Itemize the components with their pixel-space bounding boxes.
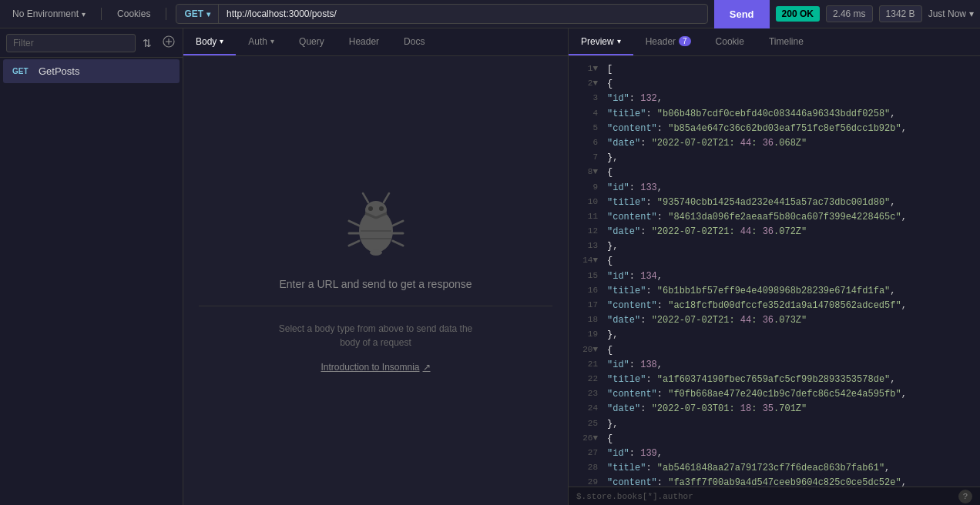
method-tag: GET (12, 67, 34, 75)
tab-query[interactable]: Query (287, 28, 337, 55)
table-row: 20▼ { (569, 343, 980, 358)
table-row: 6 "date": "2022-07-02T21: 44: 36.068Z" (569, 136, 980, 151)
table-row: 23 "content": "f0fb668ae477e240c1b9c7def… (569, 387, 980, 402)
bug-icon (337, 189, 414, 266)
intro-link[interactable]: Introduction to Insomnia ↗ (321, 362, 430, 373)
table-row: 27 "id": 139, (569, 446, 980, 461)
query-text: $.store.books[*].author (576, 492, 693, 501)
url-bar: GET ▾ (176, 4, 707, 24)
sidebar-filter-bar: ⇅ (0, 28, 183, 58)
table-row: 28 "title": "ab5461848aa27a791723cf7f6de… (569, 461, 980, 476)
table-row: 17 "content": "ac18fcfbd00dfccfe352d1a9a… (569, 299, 980, 313)
size-badge: 1342 B (879, 5, 922, 22)
method-label: GET (184, 8, 203, 19)
sidebar-item-getposts[interactable]: GET GetPosts (3, 59, 180, 83)
body-chevron-icon: ▾ (220, 37, 223, 45)
response-tabs: Preview ▾ Header 7 Cookie Timeline (569, 28, 980, 56)
env-selector[interactable]: No Environment ▾ (6, 5, 92, 22)
table-row: 13 }, (569, 239, 980, 254)
table-row: 24 "date": "2022-07-03T01: 18: 35.701Z" (569, 402, 980, 416)
header-badge: 7 (679, 36, 691, 46)
tab-docs[interactable]: Docs (391, 28, 437, 55)
method-chevron-icon: ▾ (206, 10, 210, 18)
tab-response-header[interactable]: Header 7 (633, 28, 703, 55)
timing-badge: 2.46 ms (826, 5, 873, 22)
response-body[interactable]: 1▼[2▼ {3 "id": 132,4 "title": "b06b48b7c… (569, 56, 980, 487)
divider (101, 8, 102, 20)
status-badge: 200 OK (776, 6, 820, 22)
help-button[interactable]: ? (958, 490, 972, 503)
table-row: 4 "title": "b06b48b7cdf0cebfd40c083446a9… (569, 107, 980, 122)
request-body-empty: Enter a URL and send to get a response S… (183, 56, 568, 505)
external-link-icon: ↗ (423, 362, 431, 373)
svg-line-14 (384, 193, 389, 202)
table-row: 2▼ { (569, 77, 980, 92)
top-bar: No Environment ▾ Cookies GET ▾ Send 200 … (0, 0, 980, 28)
url-input[interactable] (219, 8, 707, 19)
table-row: 9 "id": 133, (569, 181, 980, 196)
preview-chevron-icon: ▾ (617, 37, 621, 45)
table-row: 22 "title": "a1f60374190fbec7659afc5cf99… (569, 373, 980, 387)
filter-input[interactable] (6, 34, 136, 52)
svg-line-12 (393, 241, 403, 246)
tab-cookie[interactable]: Cookie (703, 28, 757, 55)
send-button[interactable]: Send (714, 0, 770, 28)
svg-point-16 (379, 206, 384, 211)
env-chevron-icon: ▾ (82, 10, 86, 18)
table-row: 10 "title": "935740cbb14254ad232e4415a57… (569, 196, 980, 210)
table-row: 5 "content": "b85a4e647c36c62bd03eaf751f… (569, 122, 980, 136)
request-tabs: Body ▾ Auth ▾ Query Header Docs (183, 28, 568, 56)
divider (199, 306, 552, 306)
query-bar: $.store.books[*].author ? (569, 487, 980, 505)
table-row: 16 "title": "6b1bb1bf57eff9e4e4098968b28… (569, 284, 980, 299)
tab-auth[interactable]: Auth ▾ (236, 28, 287, 55)
table-row: 25 }, (569, 417, 980, 432)
main-content: ⇅ GET GetPosts Body ▾ Auth ▾ (0, 28, 980, 505)
table-row: 1▼[ (569, 62, 980, 77)
cookies-button[interactable]: Cookies (111, 5, 156, 22)
timestamp[interactable]: Just Now ▾ (928, 8, 974, 19)
table-row: 19 }, (569, 328, 980, 343)
table-row: 14▼ { (569, 254, 980, 269)
table-row: 29 "content": "fa3ff7f00ab9a4d547ceeb960… (569, 476, 980, 487)
table-row: 12 "date": "2022-07-02T21: 44: 36.072Z" (569, 225, 980, 239)
svg-line-7 (349, 221, 359, 226)
table-row: 11 "content": "84613da096fe2aeaaf5b80ca6… (569, 210, 980, 225)
tab-body[interactable]: Body ▾ (183, 28, 236, 55)
table-row: 26▼ { (569, 432, 980, 446)
sort-button[interactable]: ⇅ (139, 35, 156, 52)
table-row: 21 "id": 138, (569, 358, 980, 373)
svg-point-19 (370, 249, 382, 256)
tab-header[interactable]: Header (337, 28, 391, 55)
sidebar: ⇅ GET GetPosts (0, 28, 183, 505)
timestamp-chevron-icon: ▾ (969, 8, 974, 19)
svg-point-15 (368, 206, 373, 211)
tab-timeline[interactable]: Timeline (757, 28, 816, 55)
add-icon (163, 35, 175, 48)
table-row: 18 "date": "2022-07-02T21: 44: 36.073Z" (569, 313, 980, 328)
add-button[interactable] (159, 33, 179, 52)
svg-line-9 (349, 241, 359, 246)
empty-subtitle: Select a body type from above to send da… (268, 322, 484, 349)
table-row: 3 "id": 132, (569, 92, 980, 106)
table-row: 7 }, (569, 151, 980, 166)
env-label: No Environment (12, 8, 79, 19)
method-selector[interactable]: GET ▾ (176, 5, 219, 23)
response-panel: Preview ▾ Header 7 Cookie Timeline 1▼[2▼… (569, 28, 980, 505)
divider (166, 8, 166, 20)
item-label: GetPosts (39, 65, 79, 77)
table-row: 8▼ { (569, 166, 980, 180)
table-row: 15 "id": 134, (569, 269, 980, 284)
request-panel: Body ▾ Auth ▾ Query Header Docs (183, 28, 569, 505)
svg-line-13 (363, 193, 368, 202)
auth-chevron-icon: ▾ (270, 37, 274, 45)
tab-preview[interactable]: Preview ▾ (569, 28, 633, 55)
empty-title: Enter a URL and send to get a response (279, 278, 472, 290)
svg-line-10 (393, 221, 403, 226)
